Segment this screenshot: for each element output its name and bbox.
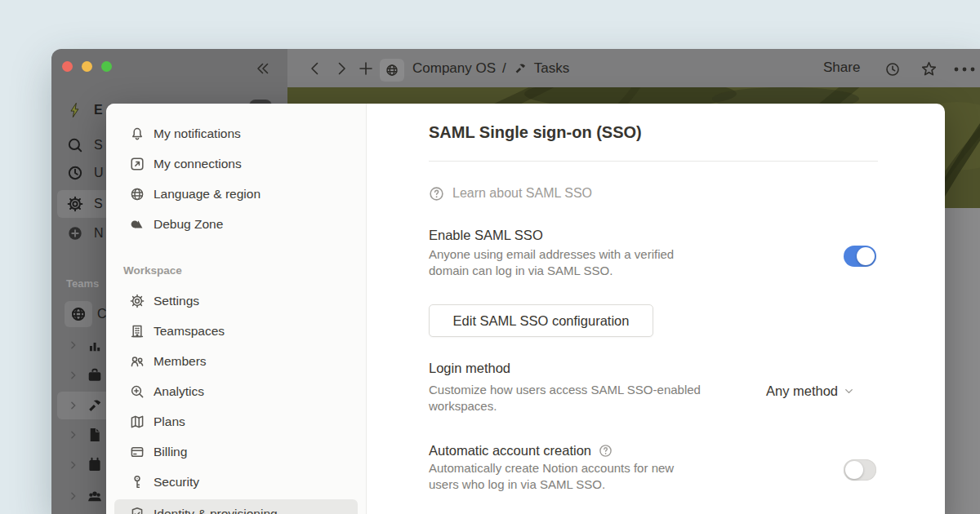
close-window-button[interactable] [62,61,73,72]
sidebar-item-identity-provisioning[interactable]: Identity & provisioning [114,499,358,514]
chevron-right-icon [68,370,79,381]
sidebar-item-label: Security [154,475,199,490]
calendar-icon [86,456,104,474]
bg-page-row-tasks[interactable] [68,395,104,416]
chevron-down-icon [843,385,855,397]
sidebar-item-label: Debug Zone [154,217,223,232]
enable-sso-toggle[interactable] [844,246,876,267]
zoom-window-button[interactable] [101,61,112,72]
sidebar-item-label: Language & region [154,187,261,202]
collapse-sidebar-icon[interactable] [254,60,270,77]
key-icon [129,474,145,490]
login-method-dropdown[interactable]: Any method [766,382,855,400]
sidebar-item-plans[interactable]: Plans [114,409,358,435]
bg-sidebar-item-settings[interactable]: S [66,193,103,215]
bg-page-row-document[interactable] [68,424,104,445]
bg-page-row-briefcase[interactable] [68,365,104,386]
toggle-knob [857,247,875,265]
favorite-star-icon[interactable] [920,60,938,78]
bg-teams-section-header: Teams [66,277,99,290]
bg-sidebar-item-company-os[interactable]: C [69,304,107,325]
bg-workspace-name-fragment: E [94,103,103,117]
learn-link-label: Learn about SAML SSO [452,186,592,201]
sidebar-item-teamspaces[interactable]: Teamspaces [114,318,358,344]
screenshot-root: { "titlebar": { "share_label": "Share", … [0,0,980,514]
sidebar-item-label: Identity & provisioning [154,507,278,514]
forward-icon[interactable] [333,60,350,77]
sidebar-item-label: Plans [154,414,185,429]
bg-new-page-label-fragment: N [94,226,104,241]
people-icon [129,353,145,370]
plus-circle-icon [66,224,84,242]
sidebar-item-debug-zone[interactable]: Debug Zone [114,211,358,237]
settings-sidebar: My notifications My connections Language… [106,104,367,514]
settings-modal: My notifications My connections Language… [106,104,945,514]
bg-page-row-analytics[interactable] [68,335,104,356]
bg-sidebar-item-search[interactable]: S [66,135,103,156]
arrow-up-right-box-icon [129,156,145,172]
sidebar-item-settings[interactable]: Settings [114,288,358,314]
breadcrumb-separator: / [502,60,506,77]
bg-sidebar-item-new-page[interactable]: N [66,223,104,244]
app-window: Company OS / Tasks Share E S U [51,49,980,514]
help-circle-icon [429,186,444,202]
breadcrumb: Company OS / Tasks [412,60,569,78]
login-method-description: Customize how users access SAML SSO-enab… [429,382,710,414]
tab-favicon-chip[interactable] [380,59,404,82]
back-icon[interactable] [307,60,323,77]
traffic-lights [62,61,112,72]
edit-saml-config-button[interactable]: Edit SAML SSO configuration [429,304,653,337]
bg-sidebar-item-workspace[interactable]: E [66,100,103,121]
sidebar-item-analytics[interactable]: Analytics [114,379,358,405]
chevron-right-icon [68,490,79,502]
chevron-right-icon [68,400,79,411]
people-group-icon [86,487,104,505]
credit-card-icon [129,444,145,460]
history-clock-icon[interactable] [884,61,901,78]
sidebar-item-security[interactable]: Security [114,469,358,495]
toggle-knob [845,461,863,479]
sidebar-item-label: Billing [154,445,187,459]
sidebar-item-billing[interactable]: Billing [114,439,358,465]
globe-icon [69,305,87,323]
gear-icon [66,195,84,213]
auto-account-creation-label: Automatic account creation [429,443,591,459]
bg-sidebar-item-updates[interactable]: U [66,162,104,184]
chevron-right-icon [68,339,79,351]
building-icon [129,323,145,339]
globe-tab-icon [385,63,399,78]
learn-about-saml-link[interactable]: Learn about SAML SSO [429,184,592,202]
bg-page-row-calendar[interactable] [68,454,104,476]
minimize-window-button[interactable] [82,61,92,72]
login-method-value: Any method [766,383,838,399]
sidebar-item-members[interactable]: Members [114,348,358,374]
chevron-right-icon [68,459,79,471]
hammer-icon [86,397,104,414]
breadcrumb-workspace[interactable]: Company OS [412,60,496,77]
briefcase-icon [86,366,104,384]
help-circle-icon[interactable] [599,444,612,458]
more-options-icon[interactable] [954,67,977,72]
sidebar-item-language-region[interactable]: Language & region [114,181,358,207]
share-button[interactable]: Share [823,60,860,76]
bg-team-label-fragment: C [97,307,107,321]
breadcrumb-page[interactable]: Tasks [534,60,569,77]
shapes-icon [129,216,145,233]
login-method-label: Login method [429,361,510,376]
sidebar-item-label: Teamspaces [154,324,225,339]
clock-icon [66,164,84,182]
sidebar-item-my-connections[interactable]: My connections [114,151,358,177]
map-icon [129,414,145,430]
bar-chart-icon [86,336,104,354]
title-divider [429,161,878,162]
bg-page-row-people[interactable] [68,485,104,507]
edit-button-label: Edit SAML SSO configuration [453,313,630,329]
bg-updates-label-fragment: U [94,166,104,180]
new-tab-icon[interactable] [358,60,374,77]
auto-account-creation-toggle[interactable] [844,459,876,481]
auto-account-creation-description: Automatically create Notion accounts for… [429,460,698,493]
sidebar-item-my-notifications[interactable]: My notifications [114,121,358,147]
shield-check-icon [129,506,145,514]
globe-icon [129,186,145,202]
sidebar-item-label: My connections [154,157,242,171]
